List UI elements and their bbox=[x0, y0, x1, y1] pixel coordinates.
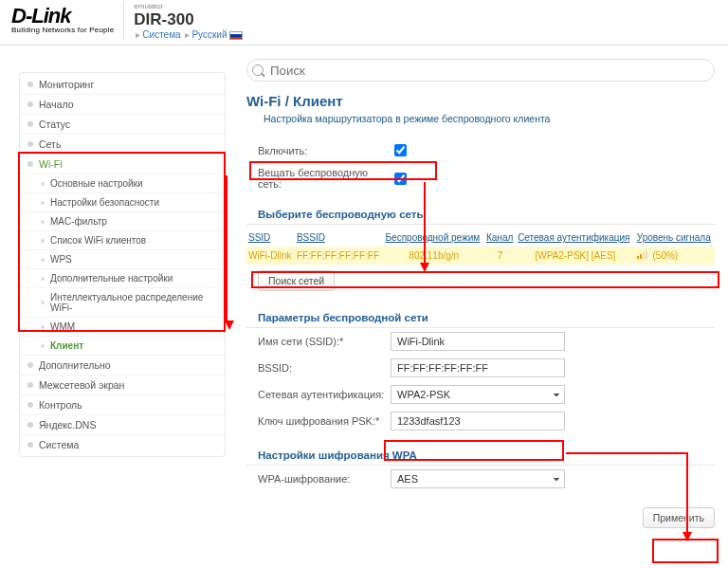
th-ssid[interactable]: SSID bbox=[246, 229, 295, 247]
brand-text: D-Link bbox=[11, 6, 114, 27]
logo: D-Link Building Networks for People bbox=[11, 2, 124, 38]
sidebar-item-сеть[interactable]: Сеть bbox=[20, 134, 225, 154]
content: Wi-Fi / Клиент Настройка маршрутизатора … bbox=[226, 46, 728, 534]
cell-ssid: WiFi-Dlink bbox=[246, 247, 295, 265]
sidebar-item-яндекс-dns[interactable]: Яндекс.DNS bbox=[20, 414, 225, 434]
sidebar-item-mac-фильтр[interactable]: MAC-фильтр bbox=[20, 211, 225, 230]
enable-label: Включить: bbox=[258, 145, 391, 156]
th-auth[interactable]: Сетевая аутентификация bbox=[516, 229, 635, 247]
sidebar-item-контроль[interactable]: Контроль bbox=[20, 394, 225, 414]
sidebar-item-основные-настройки[interactable]: Основные настройки bbox=[20, 174, 225, 192]
auth-select[interactable]: WPA2-PSK bbox=[391, 385, 565, 404]
bssid-input[interactable] bbox=[391, 358, 565, 377]
sidebar-item-настройки-безопасности[interactable]: Настройки безопасности bbox=[20, 192, 225, 211]
page-title: Wi-Fi / Клиент bbox=[246, 93, 715, 109]
model-name: DIR-300 bbox=[134, 10, 243, 29]
cell-bssid: FF:FF:FF:FF:FF:FF bbox=[295, 247, 384, 265]
section-params: Параметры беспроводной сети bbox=[246, 302, 715, 328]
bssid-label: BSSID: bbox=[258, 362, 391, 374]
sidebar-item-wi-fi[interactable]: Wi-Fi bbox=[20, 154, 225, 174]
cell-mode: 802.11b/g/n bbox=[384, 247, 484, 265]
apply-button[interactable]: Применить bbox=[643, 507, 715, 528]
crumb-lang[interactable]: Русский bbox=[191, 29, 227, 40]
wpa-enc-select[interactable]: AES bbox=[391, 469, 565, 488]
section-select-network: Выберите беспроводную сеть bbox=[246, 199, 715, 225]
sidebar-item-статус[interactable]: Статус bbox=[20, 114, 225, 134]
russian-flag-icon bbox=[229, 31, 243, 40]
psk-input[interactable] bbox=[391, 412, 565, 431]
wpa-enc-label: WPA-шифрование: bbox=[258, 473, 391, 485]
psk-label: Ключ шифрования PSK:* bbox=[258, 415, 391, 427]
sidebar-item-интеллектуальное-распределение-wifi-[interactable]: Интеллектуальное распределение WiFi- bbox=[20, 287, 225, 317]
table-row[interactable]: WiFi-Dlink FF:FF:FF:FF:FF:FF 802.11b/g/n… bbox=[246, 247, 715, 265]
emulator-label: emulator bbox=[134, 2, 243, 10]
ssid-input[interactable] bbox=[391, 332, 565, 351]
sidebar-item-клиент[interactable]: Клиент bbox=[20, 336, 225, 355]
section-wpa: Настройки шифрования WPA bbox=[246, 440, 715, 466]
th-channel[interactable]: Канал bbox=[484, 229, 516, 247]
sidebar-item-дополнительные-настройки[interactable]: Дополнительные настройки bbox=[20, 268, 225, 287]
cell-auth: [WPA2-PSK] [AES] bbox=[516, 247, 635, 265]
th-bssid[interactable]: BSSID bbox=[295, 229, 384, 247]
th-mode[interactable]: Беспроводной режим bbox=[384, 229, 484, 247]
search-input[interactable] bbox=[246, 59, 715, 82]
crumb-system[interactable]: Система bbox=[142, 29, 180, 40]
th-signal[interactable]: Уровень сигнала bbox=[635, 229, 715, 247]
breadcrumb: ▸Система ▸Русский bbox=[134, 29, 243, 40]
sidebar-item-список-wifi-клиентов[interactable]: Список WiFi клиентов bbox=[20, 230, 225, 249]
sidebar: МониторингНачалоСтатусСетьWi-FiОсновные … bbox=[19, 72, 226, 457]
sidebar-item-мониторинг[interactable]: Мониторинг bbox=[20, 75, 225, 94]
scan-button[interactable]: Поиск сетей bbox=[258, 270, 335, 291]
signal-bars-icon bbox=[637, 250, 647, 259]
app-header: D-Link Building Networks for People emul… bbox=[0, 0, 728, 46]
model-block: emulator DIR-300 ▸Система ▸Русский bbox=[124, 2, 243, 40]
enable-checkbox[interactable] bbox=[394, 144, 407, 156]
ssid-label: Имя сети (SSID):* bbox=[258, 336, 391, 347]
sidebar-item-дополнительно[interactable]: Дополнительно bbox=[20, 355, 225, 375]
cell-signal: (50%) bbox=[635, 247, 715, 265]
sidebar-item-wps[interactable]: WPS bbox=[20, 249, 225, 268]
search-icon bbox=[246, 59, 715, 82]
cell-channel: 7 bbox=[484, 247, 516, 265]
auth-label: Сетевая аутентификация: bbox=[258, 389, 391, 400]
networks-table: SSID BSSID Беспроводной режим Канал Сете… bbox=[246, 229, 715, 265]
page-desc: Настройка маршрутизатора в режиме беспро… bbox=[264, 113, 715, 124]
broadcast-label: Вещать беспроводную сеть: bbox=[258, 167, 391, 190]
sidebar-item-система[interactable]: Система bbox=[20, 434, 225, 454]
sidebar-item-wmm[interactable]: WMM bbox=[20, 317, 225, 336]
broadcast-checkbox[interactable] bbox=[394, 173, 407, 185]
sidebar-item-межсетевой-экран[interactable]: Межсетевой экран bbox=[20, 375, 225, 394]
brand-tagline: Building Networks for People bbox=[11, 27, 114, 34]
table-header-row: SSID BSSID Беспроводной режим Канал Сете… bbox=[246, 229, 715, 247]
sidebar-item-начало[interactable]: Начало bbox=[20, 94, 225, 114]
